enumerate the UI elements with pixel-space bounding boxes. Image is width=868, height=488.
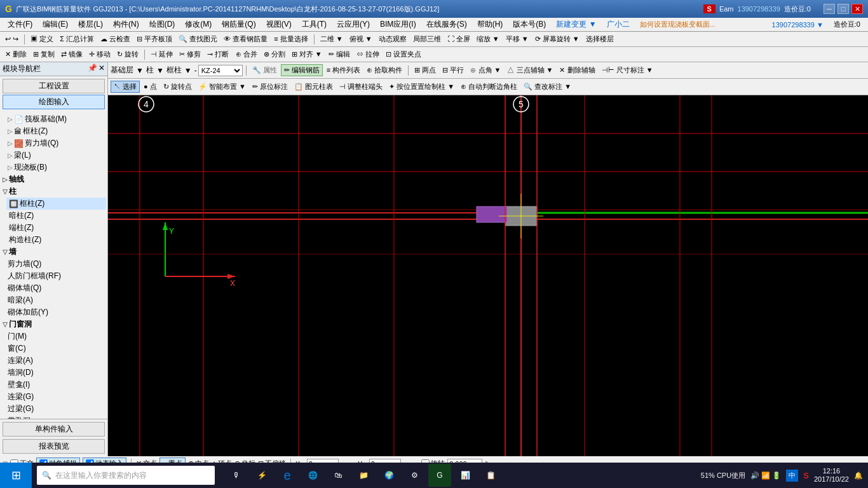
tb-two-point[interactable]: ⊞ 两点 <box>412 65 438 76</box>
tab-draw-input[interactable]: 绘图输入 <box>3 95 105 109</box>
tree-item-constcol[interactable]: 构造柱(Z) <box>6 234 106 246</box>
taskbar-app-store[interactable]: 🛍 <box>327 464 349 487</box>
tree-item-kcol[interactable]: 🔲 框柱(Z) <box>6 198 106 210</box>
tb-undo[interactable]: ↩ ↪ <box>3 34 21 44</box>
tb-dim[interactable]: ⊣⊢ 尺寸标注 ▼ <box>599 65 656 76</box>
menu-online[interactable]: 在线服务(S) <box>421 18 472 31</box>
panel-close-icon[interactable]: ✕ <box>98 64 105 74</box>
tree-item-ancol[interactable]: 暗柱(Z) <box>6 210 106 222</box>
notification-icon[interactable]: 🔔 <box>854 471 863 480</box>
taskbar-app-task[interactable]: ⚡ <box>250 464 273 487</box>
tree-group-col[interactable]: ▽ 柱 <box>1 186 106 198</box>
close-button[interactable]: ✕ <box>851 4 863 14</box>
tb-del-aux[interactable]: ✕ 删除辅轴 <box>557 65 597 76</box>
tb-point-angle[interactable]: ⊙ 点角 ▼ <box>468 65 503 76</box>
menu-element[interactable]: 构件(N) <box>108 18 144 31</box>
tb-zoom[interactable]: 缩放 ▼ <box>474 34 502 44</box>
tb-set-grip[interactable]: ⊡ 设置夹点 <box>383 49 424 60</box>
tb-pick-element[interactable]: ⊕ 拾取构件 <box>364 65 405 76</box>
tree-item-wallniche[interactable]: 壁龛(I) <box>6 379 106 391</box>
menu-modify[interactable]: 修改(M) <box>180 18 217 31</box>
taskbar-app-ie[interactable]: 🌍 <box>377 464 400 487</box>
ime-icon[interactable]: 中 <box>786 470 798 482</box>
tb-find[interactable]: 🔍 查找图元 <box>176 34 220 44</box>
taskbar-app-cortana[interactable]: 🎙 <box>225 464 248 487</box>
tree-item-hidden-beam[interactable]: 暗梁(A) <box>6 294 106 306</box>
tree-item-shear-wall[interactable]: ▷ 🧱 剪力墙(Q) <box>6 137 106 149</box>
start-button[interactable]: ⊞ <box>0 463 32 488</box>
menu-file[interactable]: 文件(F) <box>3 18 37 31</box>
tb-col-table[interactable]: 📋 图元柱表 <box>292 81 336 92</box>
tree-item-linbeam[interactable]: 连梁(A) <box>6 355 106 367</box>
tb-align-top[interactable]: ⊟ 平齐板顶 <box>134 34 175 44</box>
menu-edit[interactable]: 编辑(E) <box>37 18 73 31</box>
tree-item-beam[interactable]: ▷ 梁(L) <box>6 149 106 161</box>
menu-cost2[interactable]: 造价豆:0 <box>829 18 865 30</box>
tb-edit-rebar[interactable]: ✏ 编辑钢筋 <box>281 64 323 76</box>
tab-project-settings[interactable]: 工程设置 <box>3 79 105 93</box>
menu-phone2[interactable]: 13907298339 ▼ <box>767 20 829 30</box>
tb-break[interactable]: ⊸ 打断 <box>205 49 231 60</box>
tb-top-view[interactable]: 俯视 ▼ <box>347 34 375 44</box>
tb-calc[interactable]: Σ 汇总计算 <box>57 34 97 44</box>
tree-item-endcol[interactable]: 端柱(Z) <box>6 222 106 234</box>
tree-item-frame-col[interactable]: ▷ 🏛 框柱(Z) <box>6 125 106 137</box>
tb-property[interactable]: 🔧 属性 <box>250 65 280 76</box>
menu-draw[interactable]: 绘图(D) <box>144 18 180 31</box>
tb-origin-mark[interactable]: ✏ 原位标注 <box>250 81 290 92</box>
tb-extend[interactable]: ⊣ 延伸 <box>148 49 175 60</box>
tb-smart-layout[interactable]: ⚡ 智能布置 ▼ <box>196 81 248 92</box>
tree-group-wall[interactable]: ▽ 墙 <box>1 246 106 258</box>
tb-merge[interactable]: ⊕ 合并 <box>233 49 260 60</box>
tree-item-window[interactable]: 窗(C) <box>6 342 106 355</box>
tb-batch[interactable]: ≡ 批量选择 <box>271 34 310 44</box>
tree-item-raft[interactable]: ▷ 📄 筏板基础(M) <box>6 113 106 125</box>
menu-tips[interactable]: 如何设置现浇板变截面... <box>635 18 767 30</box>
tree-item-masonry-rebar[interactable]: 砌体加筋(Y) <box>6 306 106 318</box>
menu-new-change[interactable]: 新建变更 ▼ <box>551 18 601 31</box>
tb-define[interactable]: ▣ 定义 <box>28 34 56 44</box>
tb-select-floor[interactable]: 选择楼层 <box>583 34 616 44</box>
tb-delete[interactable]: ✕ 删除 <box>3 49 29 60</box>
tb-trim[interactable]: ✂ 修剪 <box>177 49 203 60</box>
tree-item-masonrywall[interactable]: 砌体墙(Q) <box>6 282 106 294</box>
tb-local-3d[interactable]: 局部三维 <box>410 34 444 44</box>
panel-pin[interactable]: 📌 <box>88 64 97 74</box>
menu-help[interactable]: 帮助(H) <box>472 18 508 31</box>
tb-2d[interactable]: 二维 ▼ <box>318 34 346 44</box>
menu-floor[interactable]: 楼层(L) <box>73 18 108 31</box>
tree-item-shwall[interactable]: 剪力墙(Q) <box>6 258 106 270</box>
tb-mirror[interactable]: ⇄ 镜像 <box>58 49 85 60</box>
taskbar-search[interactable]: 🔍 在这里输入你要搜索的内容 <box>37 466 215 485</box>
tb-edit-shape[interactable]: ✏ 编辑 <box>326 49 353 60</box>
tb-copy[interactable]: ⊞ 复制 <box>31 49 57 60</box>
tb-dynamic[interactable]: 动态观察 <box>376 34 409 44</box>
menu-version[interactable]: 版本号(B) <box>508 18 551 31</box>
clock[interactable]: 12:16 2017/10/22 <box>814 467 849 484</box>
tb-split[interactable]: ⊗ 分割 <box>261 49 288 60</box>
tb-rotate-point[interactable]: ↻ 旋转点 <box>161 81 194 92</box>
menu-cloud[interactable]: 云应用(Y) <box>332 18 375 31</box>
taskbar-app-browser[interactable]: e <box>276 464 299 487</box>
tb-three-point[interactable]: △ 三点辅轴 ▼ <box>505 65 555 76</box>
canvas-area[interactable]: 4 5 Y X <box>108 95 868 456</box>
menu-guangxiao[interactable]: 广小二 <box>602 18 635 31</box>
report-preview-btn[interactable]: 报表预览 <box>3 439 105 454</box>
tb-element-list[interactable]: ≡ 构件列表 <box>324 65 363 76</box>
tb-stretch[interactable]: ⇔ 拉伸 <box>354 49 382 60</box>
tb-point-draw[interactable]: ● 点 <box>141 81 159 92</box>
menu-rebar[interactable]: 钢筋量(Q) <box>217 18 261 31</box>
tb-select[interactable]: ↖ 选择 <box>111 81 140 93</box>
tb-pan[interactable]: 平移 ▼ <box>503 34 531 44</box>
tb-screen-rotate[interactable]: ⟳ 屏幕旋转 ▼ <box>532 34 582 44</box>
tb-fullscreen[interactable]: ⛶ 全屏 <box>445 34 473 44</box>
tb-adjust-col-end[interactable]: ⊣ 调整柱端头 <box>337 81 385 92</box>
minimize-button[interactable]: ─ <box>824 4 835 14</box>
element-id-select[interactable]: KZ-24 <box>198 65 243 76</box>
taskbar-app-file[interactable]: 📁 <box>352 464 375 487</box>
taskbar-app-settings[interactable]: ⚙ <box>403 464 426 487</box>
single-element-input-btn[interactable]: 单构件输入 <box>3 422 105 437</box>
tb-check-mark[interactable]: 🔍 查改标注 ▼ <box>521 81 574 92</box>
tree-item-wallopening[interactable]: 墙洞(D) <box>6 367 106 379</box>
tb-draw-by-pos[interactable]: ✦ 按位置置绘制柱 ▼ <box>386 81 457 92</box>
